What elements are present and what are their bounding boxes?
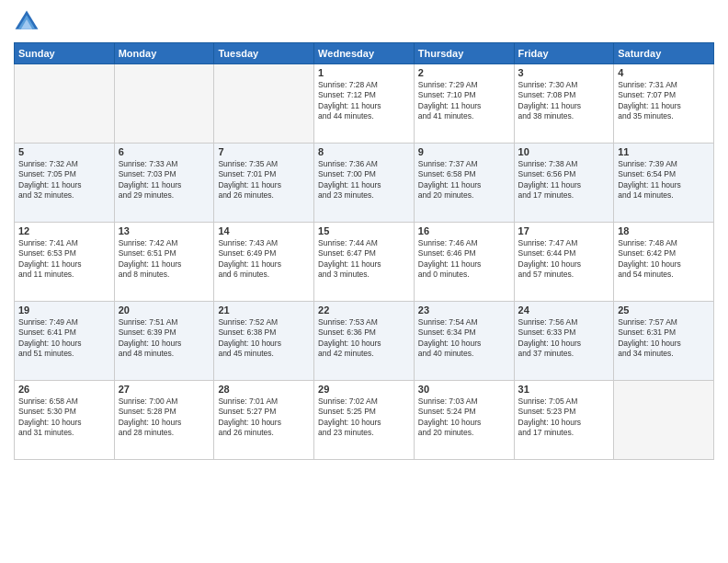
cell-info: Sunrise: 7:39 AM Sunset: 6:54 PM Dayligh… — [618, 159, 710, 201]
cell-info: Sunrise: 7:35 AM Sunset: 7:01 PM Dayligh… — [218, 159, 310, 201]
table-row: 12Sunrise: 7:41 AM Sunset: 6:53 PM Dayli… — [15, 223, 115, 302]
cell-info: Sunrise: 7:44 AM Sunset: 6:47 PM Dayligh… — [318, 238, 410, 281]
cell-info: Sunrise: 7:36 AM Sunset: 7:00 PM Dayligh… — [318, 159, 410, 201]
table-row: 27Sunrise: 7:00 AM Sunset: 5:28 PM Dayli… — [114, 381, 214, 460]
day-number: 14 — [218, 225, 310, 236]
day-number: 24 — [518, 304, 610, 316]
day-number: 11 — [618, 146, 710, 157]
calendar-week-row: 1Sunrise: 7:28 AM Sunset: 7:12 PM Daylig… — [15, 64, 714, 144]
table-row: 15Sunrise: 7:44 AM Sunset: 6:47 PM Dayli… — [314, 223, 415, 302]
col-monday: Monday — [114, 43, 214, 64]
cell-info: Sunrise: 7:29 AM Sunset: 7:10 PM Dayligh… — [418, 80, 510, 122]
table-row: 1Sunrise: 7:28 AM Sunset: 7:12 PM Daylig… — [314, 64, 415, 144]
day-number: 27 — [119, 384, 210, 395]
cell-info: Sunrise: 7:28 AM Sunset: 7:12 PM Dayligh… — [318, 80, 410, 122]
day-number: 19 — [18, 304, 110, 316]
table-row: 4Sunrise: 7:31 AM Sunset: 7:07 PM Daylig… — [614, 64, 714, 144]
table-row: 8Sunrise: 7:36 AM Sunset: 7:00 PM Daylig… — [314, 144, 415, 223]
table-row: 20Sunrise: 7:51 AM Sunset: 6:39 PM Dayli… — [114, 302, 214, 381]
col-friday: Friday — [514, 43, 614, 64]
table-row: 23Sunrise: 7:54 AM Sunset: 6:34 PM Dayli… — [414, 302, 514, 381]
table-row: 22Sunrise: 7:53 AM Sunset: 6:36 PM Dayli… — [314, 302, 415, 381]
cell-info: Sunrise: 7:31 AM Sunset: 7:07 PM Dayligh… — [618, 80, 710, 122]
day-number: 16 — [418, 225, 510, 236]
day-number: 25 — [618, 304, 710, 316]
day-number: 1 — [318, 67, 410, 78]
table-row: 13Sunrise: 7:42 AM Sunset: 6:51 PM Dayli… — [114, 223, 214, 302]
cell-info: Sunrise: 7:01 AM Sunset: 5:27 PM Dayligh… — [218, 396, 310, 439]
calendar-week-row: 12Sunrise: 7:41 AM Sunset: 6:53 PM Dayli… — [15, 223, 714, 302]
calendar-week-row: 5Sunrise: 7:32 AM Sunset: 7:05 PM Daylig… — [15, 144, 714, 223]
table-row: 11Sunrise: 7:39 AM Sunset: 6:54 PM Dayli… — [614, 144, 714, 223]
calendar: Sunday Monday Tuesday Wednesday Thursday… — [14, 42, 714, 460]
cell-info: Sunrise: 7:02 AM Sunset: 5:25 PM Dayligh… — [318, 396, 410, 439]
table-row: 25Sunrise: 7:57 AM Sunset: 6:31 PM Dayli… — [614, 302, 714, 381]
day-number: 21 — [218, 304, 310, 316]
day-number: 10 — [518, 146, 610, 157]
table-row: 30Sunrise: 7:03 AM Sunset: 5:24 PM Dayli… — [414, 381, 514, 460]
table-row: 6Sunrise: 7:33 AM Sunset: 7:03 PM Daylig… — [114, 144, 214, 223]
cell-info: Sunrise: 7:37 AM Sunset: 6:58 PM Dayligh… — [418, 159, 510, 201]
calendar-week-row: 26Sunrise: 6:58 AM Sunset: 5:30 PM Dayli… — [15, 381, 714, 460]
header — [14, 9, 714, 35]
table-row: 10Sunrise: 7:38 AM Sunset: 6:56 PM Dayli… — [514, 144, 614, 223]
day-number: 12 — [18, 225, 110, 236]
logo-icon — [14, 9, 40, 35]
day-number: 18 — [618, 225, 710, 236]
cell-info: Sunrise: 7:33 AM Sunset: 7:03 PM Dayligh… — [119, 159, 210, 201]
table-row: 29Sunrise: 7:02 AM Sunset: 5:25 PM Dayli… — [314, 381, 415, 460]
table-row: 2Sunrise: 7:29 AM Sunset: 7:10 PM Daylig… — [414, 64, 514, 144]
cell-info: Sunrise: 7:49 AM Sunset: 6:41 PM Dayligh… — [18, 317, 110, 360]
day-number: 6 — [119, 146, 210, 157]
logo — [14, 9, 41, 35]
day-number: 20 — [119, 304, 210, 316]
col-thursday: Thursday — [414, 43, 514, 64]
table-row: 26Sunrise: 6:58 AM Sunset: 5:30 PM Dayli… — [15, 381, 115, 460]
table-row: 16Sunrise: 7:46 AM Sunset: 6:46 PM Dayli… — [414, 223, 514, 302]
table-row: 14Sunrise: 7:43 AM Sunset: 6:49 PM Dayli… — [214, 223, 314, 302]
cell-info: Sunrise: 7:00 AM Sunset: 5:28 PM Dayligh… — [119, 396, 210, 439]
cell-info: Sunrise: 7:32 AM Sunset: 7:05 PM Dayligh… — [18, 159, 110, 201]
day-number: 2 — [418, 67, 510, 78]
cell-info: Sunrise: 7:48 AM Sunset: 6:42 PM Dayligh… — [618, 238, 710, 281]
day-number: 13 — [119, 225, 210, 236]
cell-info: Sunrise: 6:58 AM Sunset: 5:30 PM Dayligh… — [18, 396, 110, 439]
table-row: 31Sunrise: 7:05 AM Sunset: 5:23 PM Dayli… — [514, 381, 614, 460]
cell-info: Sunrise: 7:38 AM Sunset: 6:56 PM Dayligh… — [518, 159, 610, 201]
day-number: 29 — [318, 384, 410, 395]
day-number: 30 — [418, 384, 510, 395]
cell-info: Sunrise: 7:03 AM Sunset: 5:24 PM Dayligh… — [418, 396, 510, 439]
cell-info: Sunrise: 7:46 AM Sunset: 6:46 PM Dayligh… — [418, 238, 510, 281]
col-tuesday: Tuesday — [214, 43, 314, 64]
table-row — [114, 64, 214, 144]
table-row — [614, 381, 714, 460]
page: Sunday Monday Tuesday Wednesday Thursday… — [0, 0, 728, 563]
col-saturday: Saturday — [614, 43, 714, 64]
day-number: 22 — [318, 304, 410, 316]
cell-info: Sunrise: 7:56 AM Sunset: 6:33 PM Dayligh… — [518, 317, 610, 360]
cell-info: Sunrise: 7:47 AM Sunset: 6:44 PM Dayligh… — [518, 238, 610, 281]
cell-info: Sunrise: 7:51 AM Sunset: 6:39 PM Dayligh… — [119, 317, 210, 360]
cell-info: Sunrise: 7:54 AM Sunset: 6:34 PM Dayligh… — [418, 317, 510, 360]
day-number: 28 — [218, 384, 310, 395]
day-number: 5 — [18, 146, 110, 157]
table-row: 21Sunrise: 7:52 AM Sunset: 6:38 PM Dayli… — [214, 302, 314, 381]
table-row: 19Sunrise: 7:49 AM Sunset: 6:41 PM Dayli… — [15, 302, 115, 381]
day-number: 4 — [618, 67, 710, 78]
table-row — [214, 64, 314, 144]
table-row: 18Sunrise: 7:48 AM Sunset: 6:42 PM Dayli… — [614, 223, 714, 302]
day-number: 8 — [318, 146, 410, 157]
day-number: 17 — [518, 225, 610, 236]
day-number: 23 — [418, 304, 510, 316]
table-row — [15, 64, 115, 144]
table-row: 3Sunrise: 7:30 AM Sunset: 7:08 PM Daylig… — [514, 64, 614, 144]
day-number: 3 — [518, 67, 610, 78]
calendar-week-row: 19Sunrise: 7:49 AM Sunset: 6:41 PM Dayli… — [15, 302, 714, 381]
day-number: 9 — [418, 146, 510, 157]
table-row: 17Sunrise: 7:47 AM Sunset: 6:44 PM Dayli… — [514, 223, 614, 302]
cell-info: Sunrise: 7:30 AM Sunset: 7:08 PM Dayligh… — [518, 80, 610, 122]
cell-info: Sunrise: 7:53 AM Sunset: 6:36 PM Dayligh… — [318, 317, 410, 360]
cell-info: Sunrise: 7:05 AM Sunset: 5:23 PM Dayligh… — [518, 396, 610, 439]
cell-info: Sunrise: 7:42 AM Sunset: 6:51 PM Dayligh… — [119, 238, 210, 281]
cell-info: Sunrise: 7:57 AM Sunset: 6:31 PM Dayligh… — [618, 317, 710, 360]
